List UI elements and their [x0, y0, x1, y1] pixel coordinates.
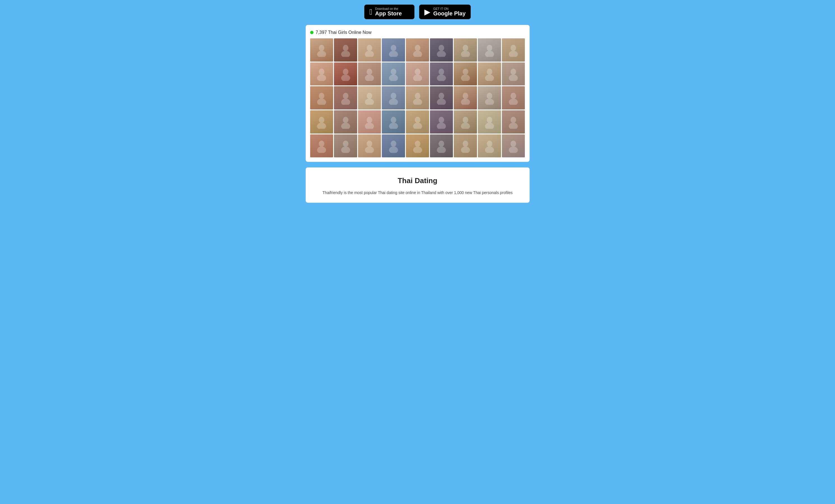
google-play-text: GET IT ON Google Play — [433, 7, 466, 17]
profile-photo — [502, 38, 525, 62]
photo-cell[interactable] — [334, 110, 357, 134]
photo-cell[interactable] — [454, 86, 477, 109]
photo-cell[interactable] — [358, 86, 381, 109]
photo-cell[interactable] — [358, 38, 381, 62]
svg-point-58 — [367, 117, 372, 123]
photo-cell[interactable] — [310, 86, 333, 109]
profile-photo — [430, 110, 453, 134]
photo-cell[interactable] — [334, 38, 357, 62]
photo-cell[interactable] — [454, 62, 477, 86]
app-store-button[interactable]:  Download on the App Store — [364, 4, 414, 19]
photo-cell[interactable] — [478, 110, 501, 134]
photo-cell[interactable] — [382, 86, 405, 109]
photo-cell[interactable] — [358, 135, 381, 158]
profile-photo — [358, 86, 381, 109]
photo-card: 7,397 Thai Girls Online Now — [306, 25, 530, 162]
photo-cell[interactable] — [454, 135, 477, 158]
profile-photo — [478, 38, 501, 62]
online-count: 7,397 Thai Girls Online Now — [316, 30, 372, 35]
profile-photo — [406, 62, 429, 86]
photo-cell[interactable] — [430, 135, 453, 158]
profile-photo — [502, 110, 525, 134]
svg-point-62 — [415, 117, 421, 123]
profile-photo — [406, 86, 429, 109]
photo-cell[interactable] — [430, 38, 453, 62]
svg-point-3 — [341, 51, 350, 57]
profile-photo — [406, 135, 429, 158]
photo-cell[interactable] — [406, 110, 429, 134]
photo-cell[interactable] — [310, 62, 333, 86]
photo-cell[interactable] — [406, 38, 429, 62]
svg-point-43 — [389, 99, 398, 105]
photo-cell[interactable] — [310, 38, 333, 62]
svg-point-79 — [389, 146, 398, 153]
photo-cell[interactable] — [478, 38, 501, 62]
svg-point-7 — [389, 51, 398, 57]
svg-point-9 — [413, 51, 422, 57]
svg-point-15 — [485, 51, 494, 57]
svg-point-32 — [487, 68, 492, 75]
photo-cell[interactable] — [406, 86, 429, 109]
photo-cell[interactable] — [358, 62, 381, 86]
photo-cell[interactable] — [382, 135, 405, 158]
photo-cell[interactable] — [334, 86, 357, 109]
svg-point-78 — [391, 141, 396, 147]
photo-cell[interactable] — [502, 62, 525, 86]
profile-photo — [430, 86, 453, 109]
photo-cell[interactable] — [382, 110, 405, 134]
photo-cell[interactable] — [334, 135, 357, 158]
photo-cell[interactable] — [382, 38, 405, 62]
photo-cell[interactable] — [502, 86, 525, 109]
profile-photo — [502, 135, 525, 158]
svg-point-73 — [317, 146, 326, 153]
profile-photo — [406, 110, 429, 134]
svg-point-64 — [439, 117, 444, 123]
photo-cell[interactable] — [310, 110, 333, 134]
svg-point-40 — [367, 93, 372, 99]
profile-photo — [382, 135, 405, 158]
thai-dating-description: Thaifriendly is the most popular Thai da… — [317, 189, 518, 196]
google-play-button[interactable]: ▶ GET IT ON Google Play — [419, 4, 471, 19]
svg-point-42 — [391, 93, 396, 99]
photo-cell[interactable] — [310, 135, 333, 158]
photo-cell[interactable] — [430, 86, 453, 109]
photo-cell[interactable] — [478, 86, 501, 109]
photo-cell[interactable] — [502, 38, 525, 62]
profile-photo — [358, 38, 381, 62]
profile-photo — [382, 86, 405, 109]
profile-photo — [310, 110, 333, 134]
svg-point-13 — [461, 51, 470, 57]
photo-grid — [310, 38, 525, 157]
profile-photo — [430, 38, 453, 62]
svg-point-37 — [317, 99, 326, 105]
photo-cell[interactable] — [382, 62, 405, 86]
svg-point-30 — [463, 68, 468, 75]
svg-point-24 — [391, 68, 396, 75]
photo-cell[interactable] — [358, 110, 381, 134]
profile-photo — [454, 110, 477, 134]
svg-point-63 — [413, 123, 422, 129]
photo-cell[interactable] — [406, 135, 429, 158]
header:  Download on the App Store ▶ GET IT ON … — [0, 0, 835, 25]
profile-photo — [310, 86, 333, 109]
svg-point-49 — [461, 99, 470, 105]
photo-cell[interactable] — [430, 110, 453, 134]
profile-photo — [502, 62, 525, 86]
photo-cell[interactable] — [454, 38, 477, 62]
photo-cell[interactable] — [430, 62, 453, 86]
svg-point-84 — [463, 141, 468, 147]
svg-point-0 — [319, 45, 324, 51]
profile-photo — [382, 110, 405, 134]
photo-cell[interactable] — [406, 62, 429, 86]
photo-cell[interactable] — [502, 110, 525, 134]
photo-cell[interactable] — [478, 62, 501, 86]
photo-cell[interactable] — [334, 62, 357, 86]
svg-point-45 — [413, 99, 422, 105]
profile-photo — [334, 38, 357, 62]
svg-point-18 — [319, 68, 324, 75]
profile-photo — [478, 135, 501, 158]
photo-cell[interactable] — [454, 110, 477, 134]
photo-cell[interactable] — [502, 135, 525, 158]
svg-point-6 — [391, 45, 396, 51]
photo-cell[interactable] — [478, 135, 501, 158]
